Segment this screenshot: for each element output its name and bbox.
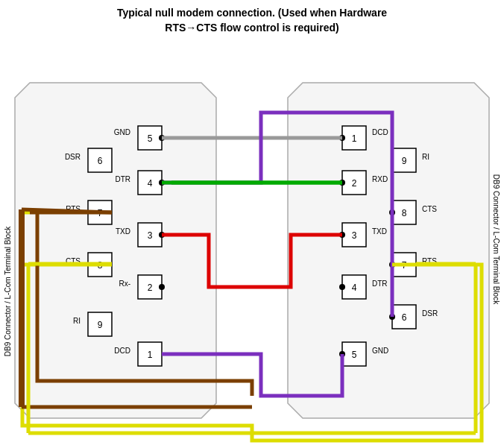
svg-text:DB9 Connector / L-Com Terminal: DB9 Connector / L-Com Terminal Block [4, 226, 12, 356]
svg-text:9: 9 [402, 156, 407, 166]
page-title: Typical null modem connection. (Used whe… [0, 0, 504, 38]
svg-text:RXD: RXD [372, 175, 388, 183]
svg-text:6: 6 [98, 156, 103, 166]
svg-text:3: 3 [352, 230, 357, 241]
svg-text:RI: RI [422, 153, 429, 161]
svg-text:4: 4 [352, 283, 357, 293]
svg-text:1: 1 [148, 350, 153, 360]
svg-text:DTR: DTR [115, 175, 130, 183]
diagram: DB9 Connector / L-Com Terminal Block DB9… [0, 38, 504, 445]
svg-text:DB9 Connector / L-Com Terminal: DB9 Connector / L-Com Terminal Block [492, 174, 500, 305]
svg-rect-75 [19, 209, 25, 407]
svg-text:DTR: DTR [372, 280, 388, 288]
svg-text:1: 1 [352, 133, 357, 144]
svg-text:4: 4 [148, 178, 153, 189]
svg-text:GND: GND [114, 128, 130, 136]
svg-text:TXD: TXD [116, 227, 130, 236]
svg-text:RI: RI [73, 317, 81, 325]
svg-text:DSR: DSR [65, 153, 81, 161]
svg-text:DCD: DCD [372, 128, 388, 136]
svg-text:8: 8 [402, 208, 407, 218]
svg-text:2: 2 [352, 178, 357, 189]
svg-text:5: 5 [352, 350, 357, 360]
svg-text:TXD: TXD [372, 227, 387, 236]
svg-text:3: 3 [148, 230, 153, 241]
svg-text:2: 2 [148, 283, 153, 293]
svg-text:CTS: CTS [422, 205, 437, 213]
svg-point-28 [159, 284, 165, 290]
svg-text:6: 6 [402, 312, 407, 323]
svg-marker-1 [288, 83, 489, 418]
svg-text:5: 5 [148, 133, 153, 144]
svg-text:GND: GND [372, 347, 388, 355]
svg-point-61 [339, 284, 345, 290]
svg-text:DSR: DSR [422, 309, 438, 318]
svg-text:Rx-: Rx- [119, 280, 130, 288]
svg-text:9: 9 [98, 320, 103, 330]
svg-text:DCD: DCD [114, 347, 130, 355]
